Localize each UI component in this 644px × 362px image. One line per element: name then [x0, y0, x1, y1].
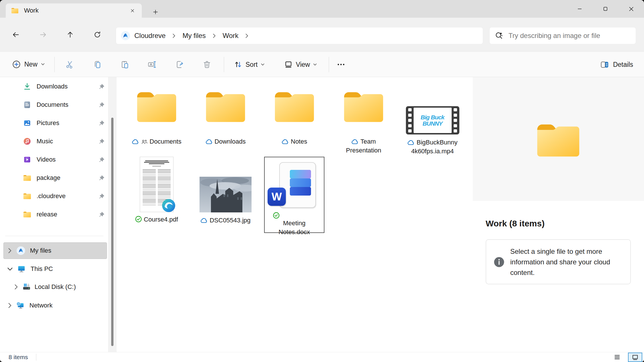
cloud-icon [351, 139, 358, 144]
back-button[interactable] [12, 31, 20, 39]
new-tab-button[interactable] [150, 7, 161, 17]
file-tile-meeting-notes-docx-selected[interactable]: W Meeting Notes.docx [264, 157, 324, 233]
minimize-button[interactable] [567, 0, 593, 18]
toolbar-divider [224, 57, 224, 72]
details-panel: Work (8 items) Select a single file to g… [473, 77, 644, 352]
title-bar: Work [0, 0, 644, 18]
refresh-button[interactable] [93, 31, 101, 39]
maximize-button[interactable] [593, 0, 618, 18]
file-label: Downloads [191, 137, 260, 146]
forward-button[interactable] [39, 31, 47, 39]
search-box[interactable] [489, 27, 636, 44]
new-button-label: New [24, 61, 37, 68]
thumbnail-view-button[interactable] [628, 353, 642, 362]
new-button[interactable]: New [9, 57, 48, 72]
pin-icon[interactable] [99, 102, 105, 108]
more-options-button[interactable] [333, 57, 349, 73]
chevron-down-icon [41, 63, 45, 66]
search-input[interactable] [508, 31, 631, 40]
chevron-right-icon [213, 33, 216, 38]
pin-icon[interactable] [99, 175, 105, 181]
pin-icon[interactable] [99, 157, 105, 163]
list-view-button[interactable] [613, 353, 621, 361]
cloud-icon [132, 139, 139, 144]
status-divider [36, 354, 36, 361]
music-icon [23, 137, 31, 146]
tab-close-icon[interactable] [128, 6, 137, 15]
chevron-down-icon[interactable] [7, 267, 13, 271]
sidebar-item-release[interactable]: release [0, 205, 108, 224]
this-pc-icon [17, 264, 26, 273]
sidebar-item-network[interactable]: Network [0, 297, 108, 314]
view-button-label: View [296, 61, 310, 69]
main-area: Downloads Documents Pictures Music Video [0, 77, 644, 352]
pin-icon[interactable] [99, 193, 105, 199]
details-toggle-button[interactable]: Details [600, 57, 633, 73]
navigation-bar: Cloudreve My files Work [0, 18, 644, 51]
share-button[interactable] [172, 57, 188, 73]
thumb-text: Big Buck [420, 114, 444, 120]
paste-button[interactable] [117, 57, 133, 73]
view-button[interactable]: View [281, 57, 320, 73]
folder-icon [339, 89, 388, 126]
local-disk-icon [22, 282, 31, 291]
sort-button[interactable]: Sort [231, 57, 268, 73]
breadcrumb-my-files[interactable]: My files [182, 32, 206, 40]
pin-icon[interactable] [99, 212, 105, 218]
sidebar-item-music[interactable]: Music [0, 132, 108, 150]
chevron-right-icon[interactable] [8, 248, 12, 254]
cloud-icon [282, 139, 289, 144]
file-tile-dsc05543-jpg[interactable]: DSC05543.jpg [191, 157, 260, 225]
folder-icon [201, 89, 250, 126]
file-tile-course4-pdf[interactable]: Course4.pdf [122, 157, 191, 224]
copy-button[interactable] [89, 57, 105, 73]
video-thumbnail: Big Buck BUNNY [406, 106, 459, 134]
shared-people-icon [141, 139, 147, 144]
sidebar-item-pictures[interactable]: Pictures [0, 114, 108, 132]
sidebar-item-cloudreve-folder[interactable]: .cloudreve [0, 187, 108, 205]
pin-icon[interactable] [99, 84, 105, 90]
delete-button[interactable] [199, 57, 215, 73]
sidebar-item-documents[interactable]: Documents [0, 96, 108, 114]
tab-work[interactable]: Work [6, 3, 142, 18]
file-label: Notes [260, 137, 329, 146]
sidebar-item-videos[interactable]: Videos [0, 150, 108, 169]
details-button-label: Details [613, 61, 633, 69]
sort-button-label: Sort [246, 61, 258, 69]
file-tile-downloads[interactable]: Downloads [191, 89, 260, 146]
videos-icon [23, 155, 31, 164]
up-button[interactable] [66, 31, 74, 39]
pin-icon[interactable] [99, 120, 105, 126]
sidebar-item-this-pc[interactable]: This PC [0, 260, 108, 278]
chevron-right-icon[interactable] [14, 284, 18, 290]
sidebar-item-package[interactable]: package [0, 169, 108, 187]
file-tile-notes[interactable]: Notes [260, 89, 329, 146]
breadcrumb-cloudreve[interactable]: Cloudreve [134, 32, 166, 40]
rename-button[interactable] [144, 57, 160, 73]
chevron-right-icon[interactable] [8, 303, 12, 308]
cut-button[interactable] [62, 57, 78, 73]
folder-icon [23, 174, 31, 182]
sort-icon [234, 60, 242, 69]
file-tile-team-presentation[interactable]: Team Presentation [329, 89, 398, 155]
cloudreve-logo [121, 31, 130, 41]
close-button[interactable] [618, 0, 644, 18]
folder-icon [11, 7, 19, 14]
file-label: Documents [122, 137, 191, 146]
info-icon [493, 256, 505, 268]
file-tile-bigbuckbunny[interactable]: Big Buck BUNNY BigBuckBunny 4k60fps.ia.m… [398, 89, 467, 156]
cloudreve-logo [16, 246, 25, 255]
address-bar[interactable]: Cloudreve My files Work [116, 27, 483, 44]
details-info-text: Select a single file to get more informa… [510, 246, 623, 278]
file-label: Meeting Notes.docx [265, 212, 324, 236]
sidebar-item-local-disk-c[interactable]: Local Disk (C:) [0, 278, 108, 296]
sidebar-item-my-files[interactable]: My files [0, 242, 108, 260]
sidebar-scrollbar[interactable] [111, 118, 113, 346]
pin-icon[interactable] [99, 138, 105, 144]
folder-icon [23, 193, 31, 200]
plus-circle-icon [12, 60, 21, 69]
sidebar-item-downloads[interactable]: Downloads [0, 77, 108, 96]
details-info-box: Select a single file to get more informa… [486, 239, 631, 284]
file-tile-documents[interactable]: Documents [122, 89, 191, 146]
breadcrumb-work[interactable]: Work [223, 32, 239, 40]
